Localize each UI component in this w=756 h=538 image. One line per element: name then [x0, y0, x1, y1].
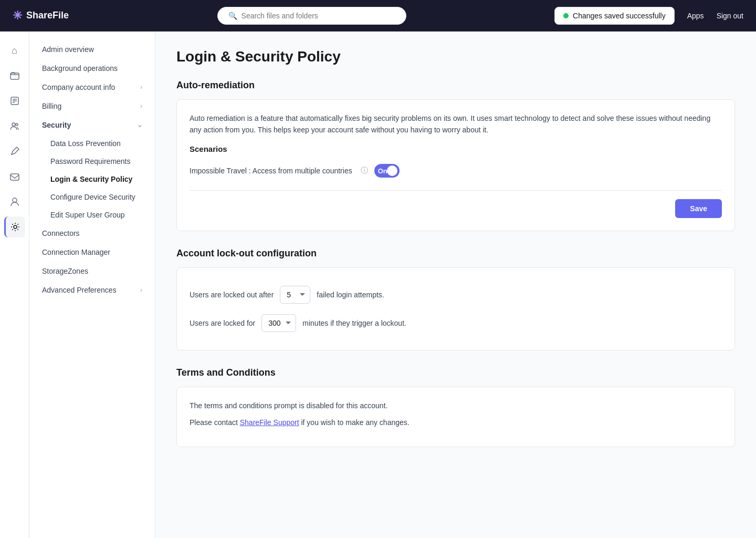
divider — [190, 190, 722, 191]
lockout-row1-suffix: failed login attempts. — [317, 291, 384, 299]
sidebar-mail-icon[interactable] — [4, 166, 25, 187]
account-lockout-card: Users are locked out after 5 3 10 15 20 … — [176, 267, 735, 350]
nav-connection-manager[interactable]: Connection Manager — [29, 243, 155, 262]
sidebar-person-icon[interactable] — [4, 191, 25, 212]
lockout-row-1: Users are locked out after 5 3 10 15 20 … — [190, 281, 722, 309]
lockout-row2-suffix: minutes if they trigger a lockout. — [302, 319, 406, 327]
terms-line1: The terms and conditions prompt is disab… — [190, 400, 722, 411]
logo-text: ShareFile — [26, 10, 69, 21]
search-bar[interactable]: 🔍 — [217, 7, 406, 25]
nav-connectors-label: Connectors — [42, 229, 80, 237]
auto-remediation-title: Auto-remediation — [176, 80, 735, 91]
lockout-row-2: Users are locked for 300 30 60 120 600 m… — [190, 309, 722, 337]
nav-security-label: Security — [42, 121, 71, 129]
sharefile-support-link[interactable]: ShareFile Support — [240, 418, 299, 427]
toggle-slider: On — [374, 164, 400, 178]
lockout-duration-select[interactable]: 300 30 60 120 600 — [261, 314, 296, 332]
nav-security-arrow-icon: ⌄ — [137, 121, 142, 129]
terms-card: The terms and conditions prompt is disab… — [176, 387, 735, 447]
nav-connectors[interactable]: Connectors — [29, 224, 155, 243]
success-dot — [563, 13, 569, 18]
nav-sidebar: Admin overview Background operations Com… — [29, 32, 155, 538]
nav-background-operations[interactable]: Background operations — [29, 59, 155, 78]
nav-login-security-policy[interactable]: Login & Security Policy — [29, 170, 155, 188]
sidebar-home-icon[interactable]: ⌂ — [4, 40, 25, 61]
nav-admin-overview-label: Admin overview — [42, 45, 94, 54]
svg-rect-7 — [10, 174, 19, 180]
auto-remediation-section: Auto-remediation Auto remediation is a f… — [176, 80, 735, 231]
logo: ✳ ShareFile — [13, 9, 69, 23]
layout: ⌂ Admin overview Background operations — [0, 32, 756, 538]
nav-company-account-info-label: Company account info — [42, 83, 115, 91]
nav-billing-arrow-icon: › — [140, 102, 142, 110]
nav-billing-label: Billing — [42, 102, 61, 110]
svg-point-6 — [16, 123, 18, 126]
toggle-on-text: On — [378, 167, 387, 174]
nav-connection-manager-label: Connection Manager — [42, 248, 110, 256]
signout-link[interactable]: Sign out — [717, 12, 743, 20]
scenarios-label: Scenarios — [190, 144, 722, 153]
search-input[interactable] — [242, 12, 395, 20]
terms-section: Terms and Conditions The terms and condi… — [176, 367, 735, 447]
svg-point-8 — [13, 198, 17, 202]
page-title: Login & Security Policy — [176, 48, 735, 65]
nav-storagezones-label: StorageZones — [42, 267, 88, 275]
nav-advanced-preferences-label: Advanced Preferences — [42, 286, 117, 294]
nav-configure-device-security[interactable]: Configure Device Security — [29, 188, 155, 206]
lockout-attempts-select[interactable]: 5 3 10 15 20 — [280, 286, 310, 304]
impossible-travel-toggle-row: Impossible Travel : Access from multiple… — [190, 160, 722, 182]
nav-password-requirements[interactable]: Password Requirements — [29, 152, 155, 170]
svg-point-5 — [12, 123, 15, 126]
nav-storagezones[interactable]: StorageZones — [29, 262, 155, 281]
nav-edit-super-user-group[interactable]: Edit Super User Group — [29, 206, 155, 224]
sidebar-edit-icon[interactable] — [4, 90, 25, 111]
nav-billing[interactable]: Billing › — [29, 97, 155, 116]
save-btn-row: Save — [190, 199, 722, 218]
success-message: Changes saved successfully — [573, 12, 666, 20]
sidebar-folder-icon[interactable] — [4, 65, 25, 86]
nav-edit-super-user-group-label: Edit Super User Group — [50, 211, 125, 219]
top-navigation: ✳ ShareFile 🔍 Changes saved successfully… — [0, 0, 756, 32]
nav-configure-device-security-label: Configure Device Security — [50, 193, 135, 201]
save-button[interactable]: Save — [675, 199, 722, 218]
lockout-row2-prefix: Users are locked for — [190, 319, 255, 327]
topnav-right: Changes saved successfully Apps Sign out — [554, 7, 743, 25]
search-icon: 🔍 — [228, 12, 237, 20]
nav-data-loss-prevention-label: Data Loss Prevention — [50, 139, 121, 148]
auto-remediation-description: Auto remediation is a feature that autom… — [190, 112, 722, 136]
sidebar-users-icon[interactable] — [4, 116, 25, 137]
auto-remediation-card: Auto remediation is a feature that autom… — [176, 99, 735, 231]
nav-company-arrow-icon: › — [140, 84, 142, 91]
icon-sidebar: ⌂ — [0, 32, 29, 538]
nav-company-account-info[interactable]: Company account info › — [29, 78, 155, 97]
nav-password-requirements-label: Password Requirements — [50, 157, 131, 165]
nav-security[interactable]: Security ⌄ — [29, 116, 155, 134]
toggle-switch[interactable]: On — [374, 164, 400, 178]
success-badge: Changes saved successfully — [554, 7, 675, 25]
nav-admin-overview[interactable]: Admin overview — [29, 40, 155, 59]
account-lockout-title: Account lock-out configuration — [176, 248, 735, 259]
sidebar-settings-icon[interactable] — [4, 216, 25, 237]
terms-title: Terms and Conditions — [176, 367, 735, 378]
logo-icon: ✳ — [13, 9, 22, 23]
account-lockout-section: Account lock-out configuration Users are… — [176, 248, 735, 350]
main-content: Login & Security Policy Auto-remediation… — [155, 32, 756, 538]
info-icon[interactable]: ⓘ — [361, 166, 368, 175]
nav-data-loss-prevention[interactable]: Data Loss Prevention — [29, 134, 155, 152]
svg-point-9 — [14, 225, 17, 229]
nav-login-security-policy-label: Login & Security Policy — [50, 175, 132, 183]
sidebar-signature-icon[interactable] — [4, 141, 25, 162]
terms-line2-suffix: if you wish to make any changes. — [299, 418, 410, 427]
nav-advanced-preferences[interactable]: Advanced Preferences › — [29, 281, 155, 299]
terms-line2: Please contact ShareFile Support if you … — [190, 417, 722, 428]
nav-background-operations-label: Background operations — [42, 64, 118, 73]
apps-link[interactable]: Apps — [687, 12, 704, 20]
nav-advanced-arrow-icon: › — [140, 286, 142, 294]
lockout-row1-prefix: Users are locked out after — [190, 291, 274, 299]
terms-line2-prefix: Please contact — [190, 418, 240, 427]
toggle-label: Impossible Travel : Access from multiple… — [190, 167, 352, 175]
